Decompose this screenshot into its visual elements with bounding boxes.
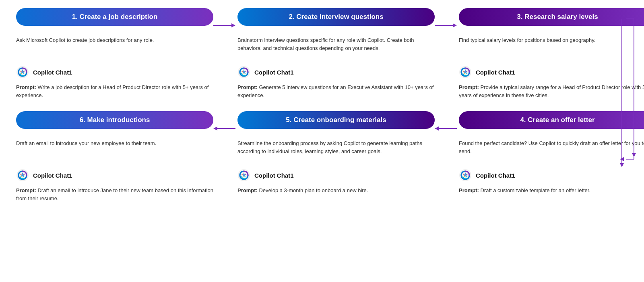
step-5-tool-name: Copilot Chat1 — [254, 172, 294, 179]
step-6-tool: Copilot Chat1 — [16, 169, 213, 182]
step-3-badge: 3. Research salary levels — [459, 8, 644, 26]
step-1-prompt-prefix: Prompt: — [16, 84, 36, 90]
step-6-prompt: Prompt: Draft an email to introduce Jane… — [16, 187, 213, 202]
step-5-header: 5. Create onboarding materials — [237, 111, 435, 135]
step-5-prompt-prefix: Prompt: — [237, 187, 258, 193]
step-5-column: 5. Create onboarding materials Streamlin… — [237, 111, 435, 195]
step-5-tool: Copilot Chat1 — [237, 169, 435, 182]
step-1-tool: Copilot Chat1 — [16, 66, 213, 79]
copilot-icon-1 — [16, 66, 29, 79]
step-1-column: 1. Create a job description Ask Microsof… — [16, 8, 213, 99]
step-1-prompt-text: Write a job description for a Head of Pr… — [16, 84, 208, 98]
connector-1-2 — [213, 8, 237, 31]
connector-2-3 — [435, 8, 459, 31]
step-2-tool-name: Copilot Chat1 — [254, 69, 294, 76]
arrow-4-5-svg — [435, 122, 459, 135]
arrow-5-6-svg — [213, 122, 237, 135]
step-1-prompt: Prompt: Write a job description for a He… — [16, 83, 213, 99]
connector-4-5 — [435, 111, 459, 135]
copilot-icon-4 — [459, 169, 472, 182]
step-6-header: 6. Make introductions — [16, 111, 213, 135]
step-1-badge: 1. Create a job description — [16, 8, 213, 26]
row-2: 6. Make introductions Draft an email to … — [16, 111, 628, 202]
arrow-1-2-svg — [213, 19, 237, 31]
step-6-tool-name: Copilot Chat1 — [33, 172, 72, 179]
row-1: 1. Create a job description Ask Microsof… — [16, 8, 628, 99]
step-2-prompt: Prompt: Generate 5 interview questions f… — [237, 83, 435, 99]
workflow-container: 1. Create a job description Ask Microsof… — [0, 0, 644, 210]
step-2-badge: 2. Create interview questions — [237, 8, 435, 26]
step-4-prompt: Prompt: Draft a customizable template fo… — [459, 187, 644, 195]
step-1-description: Ask Microsoft Copilot to create job desc… — [16, 36, 213, 58]
step-4-column: 4. Create an offer letter Found the perf… — [459, 111, 644, 195]
step-2-prompt-prefix: Prompt: — [237, 84, 258, 90]
svg-marker-19 — [435, 126, 439, 131]
rows-wrapper: 1. Create a job description Ask Microsof… — [16, 8, 628, 202]
step-1-header: 1. Create a job description — [16, 8, 213, 31]
step-6-badge: 6. Make introductions — [16, 111, 213, 129]
step-3-prompt: Prompt: Provide a typical salary range f… — [459, 83, 644, 99]
copilot-icon-2 — [237, 66, 250, 79]
step-2-header: 2. Create interview questions — [237, 8, 435, 31]
step-4-tool-name: Copilot Chat1 — [476, 172, 515, 179]
copilot-icon-5 — [237, 169, 250, 182]
step-4-badge: 4. Create an offer letter — [459, 111, 644, 129]
step-2-tool: Copilot Chat1 — [237, 66, 435, 79]
step-3-description: Find typical salary levels for positions… — [459, 36, 644, 58]
svg-marker-7 — [453, 23, 457, 27]
step-4-description: Found the perfect candidate? Use Copilot… — [459, 139, 644, 162]
step-5-badge: 5. Create onboarding materials — [237, 111, 435, 129]
step-3-prompt-text: Provide a typical salary range for a Hea… — [459, 84, 644, 98]
copilot-icon-6 — [16, 169, 29, 182]
step-5-prompt: Prompt: Develop a 3-month plan to onboar… — [237, 187, 435, 195]
step-6-prompt-prefix: Prompt: — [16, 187, 36, 193]
step-5-description: Streamline the onboarding process by ask… — [237, 139, 435, 162]
step-3-header: 3. Research salary levels — [459, 8, 644, 31]
step-3-tool-name: Copilot Chat1 — [476, 69, 515, 76]
step-3-tool: Copilot Chat1 — [459, 66, 644, 79]
step-1-tool-name: Copilot Chat1 — [33, 69, 72, 76]
step-2-description: Brainstorm interview questions specific … — [237, 36, 435, 58]
step-4-header: 4. Create an offer letter — [459, 111, 644, 135]
step-3-prompt-prefix: Prompt: — [459, 84, 479, 90]
arrow-2-3-svg — [435, 19, 459, 31]
svg-marker-15 — [213, 126, 217, 131]
step-4-prompt-prefix: Prompt: — [459, 187, 479, 193]
svg-marker-3 — [231, 23, 235, 27]
step-3-column: 3. Research salary levels Find typical s… — [459, 8, 644, 99]
step-2-column: 2. Create interview questions Brainstorm… — [237, 8, 435, 99]
connector-5-6 — [213, 111, 237, 135]
step-5-prompt-text: Develop a 3-month plan to onboard a new … — [258, 187, 368, 193]
step-4-tool: Copilot Chat1 — [459, 169, 644, 182]
step-4-prompt-text: Draft a customizable template for an off… — [479, 187, 590, 193]
step-2-prompt-text: Generate 5 interview questions for an Ex… — [237, 84, 433, 98]
step-6-column: 6. Make introductions Draft an email to … — [16, 111, 213, 202]
step-6-description: Draft an email to introduce your new emp… — [16, 139, 213, 162]
copilot-icon-3 — [459, 66, 472, 79]
step-6-prompt-text: Draft an email to introduce Jane to thei… — [16, 187, 213, 201]
